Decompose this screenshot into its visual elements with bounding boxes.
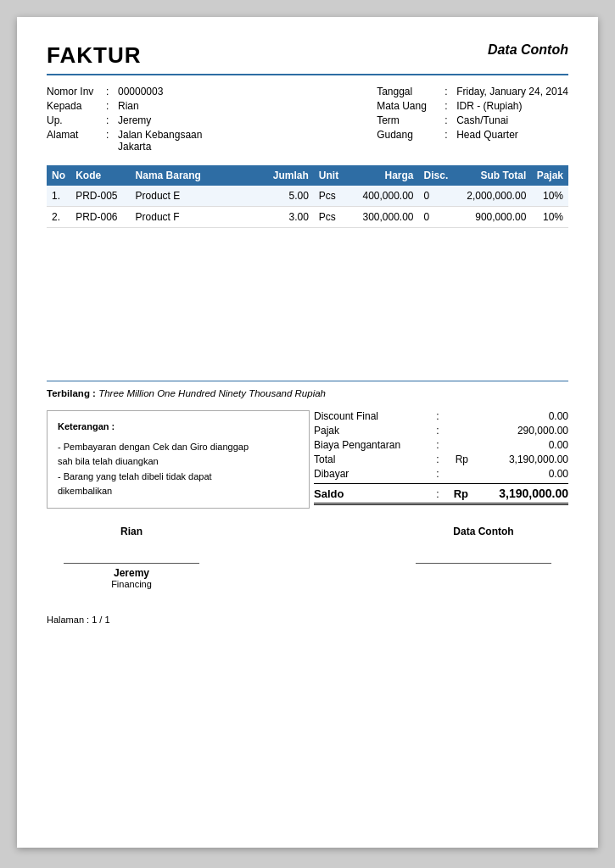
- signature-section-top: Rian Data Contoh: [47, 526, 568, 537]
- info-right: Tanggal : Friday, January 24, 2014 Mata …: [377, 86, 568, 155]
- term-value: Cash/Tunai: [456, 114, 508, 126]
- col-jumlah: Jumlah: [267, 165, 314, 186]
- keterangan-line: - Barang yang telah dibeli tidak dapat: [58, 470, 299, 485]
- footer-section: Keterangan : - Pembayaran dengan Cek dan…: [47, 410, 568, 509]
- nomor-inv-value: 00000003: [118, 86, 163, 97]
- cell-subtotal: 900,000.00: [455, 207, 532, 228]
- cell-nama: Product E: [131, 186, 267, 207]
- cell-unit: Pcs: [314, 207, 346, 228]
- invoice-page: FAKTUR Data Contoh Nomor Inv : 00000003 …: [17, 17, 598, 848]
- sig-line-right: [416, 563, 551, 564]
- nomor-inv-label: Nomor Inv: [47, 86, 106, 97]
- alamat-label: Alamat: [47, 129, 106, 141]
- keterangan-box: Keterangan : - Pembayaran dengan Cek dan…: [47, 410, 310, 509]
- cell-nama: Product F: [131, 207, 267, 228]
- bottom-divider: [47, 381, 568, 381]
- total-row: Total : Rp 3,190,000.00: [314, 453, 568, 465]
- col-disc: Disc.: [419, 165, 455, 186]
- dibayar-value: 0.00: [475, 468, 568, 480]
- company-label: Data Contoh: [488, 42, 568, 58]
- sig-bottom-left-name: Jeremy: [47, 567, 216, 579]
- term-row: Term : Cash/Tunai: [377, 114, 568, 126]
- sig-bottom-right: [399, 563, 568, 589]
- discount-final-row: Discount Final : 0.00: [314, 410, 568, 422]
- mata-uang-label: Mata Uang: [377, 100, 444, 112]
- up-label: Up.: [47, 114, 106, 126]
- col-kode: Kode: [70, 165, 130, 186]
- pajak-row: Pajak : 290,000.00: [314, 425, 568, 437]
- saldo-row: Saldo : Rp 3,190,000.00: [314, 483, 568, 505]
- tanggal-label: Tanggal: [377, 86, 444, 97]
- saldo-rp: Rp: [451, 487, 468, 500]
- gudang-label: Gudang: [377, 129, 444, 141]
- terbilang-row: Terbilang : Three Million One Hundred Ni…: [47, 388, 568, 398]
- sig-bottom-left-role: Financing: [47, 579, 216, 589]
- discount-final-label: Discount Final: [314, 410, 424, 422]
- cell-unit: Pcs: [314, 186, 346, 207]
- nomor-inv-row: Nomor Inv : 00000003: [47, 86, 202, 97]
- summary-table: Discount Final : 0.00 Pajak : 290,000.00…: [314, 410, 568, 509]
- col-unit: Unit: [314, 165, 346, 186]
- table-header-row: No Kode Nama Barang Jumlah Unit Harga Di…: [47, 165, 568, 186]
- up-row: Up. : Jeremy: [47, 114, 202, 126]
- col-subtotal: Sub Total: [455, 165, 532, 186]
- header-divider: [47, 74, 568, 75]
- keterangan-line: sah bila telah diuangkan: [58, 454, 299, 470]
- total-label: Total: [314, 453, 424, 465]
- cell-harga: 300,000.00: [346, 207, 419, 228]
- pagination: Halaman : 1 / 1: [47, 615, 568, 625]
- keterangan-title: Keterangan :: [58, 420, 299, 435]
- cell-no: 1.: [47, 186, 70, 207]
- total-value: 3,190,000.00: [475, 453, 568, 465]
- kepada-value: Rian: [118, 100, 139, 112]
- sig-left-name: Rian: [47, 526, 216, 537]
- keterangan-line: - Pembayaran dengan Cek dan Giro diangga…: [58, 440, 299, 455]
- saldo-label: Saldo: [314, 487, 424, 500]
- cell-kode: PRD-006: [70, 207, 130, 228]
- cell-pajak: 10%: [531, 207, 568, 228]
- signature-section-bottom: Jeremy Financing: [47, 563, 568, 589]
- gudang-value: Head Quarter: [456, 129, 518, 141]
- gudang-row: Gudang : Head Quarter: [377, 129, 568, 141]
- keterangan-line: dikembalikan: [58, 484, 299, 499]
- dibayar-row: Dibayar : 0.00: [314, 468, 568, 480]
- dibayar-label: Dibayar: [314, 468, 424, 480]
- alamat-value: Jalan Kebangsaan Jakarta: [118, 129, 202, 153]
- biaya-pengantaran-value: 0.00: [475, 439, 568, 451]
- saldo-value: 3,190,000.00: [475, 487, 568, 500]
- alamat-row: Alamat : Jalan Kebangsaan Jakarta: [47, 129, 202, 153]
- biaya-pengantaran-row: Biaya Pengantaran : 0.00: [314, 439, 568, 451]
- up-value: Jeremy: [118, 114, 151, 126]
- sig-right-name: Data Contoh: [399, 526, 568, 537]
- header-row: FAKTUR Data Contoh: [47, 42, 568, 69]
- cell-pajak: 10%: [531, 186, 568, 207]
- kepada-label: Kepada: [47, 100, 106, 112]
- discount-final-value: 0.00: [475, 410, 568, 422]
- table-row: 1. PRD-005 Product E 5.00 Pcs 400,000.00…: [47, 186, 568, 207]
- cell-subtotal: 2,000,000.00: [455, 186, 532, 207]
- table-row: 2. PRD-006 Product F 3.00 Pcs 300,000.00…: [47, 207, 568, 228]
- tanggal-value: Friday, January 24, 2014: [456, 86, 568, 97]
- col-nama: Nama Barang: [131, 165, 267, 186]
- info-section: Nomor Inv : 00000003 Kepada : Rian Up. :…: [47, 86, 568, 155]
- cell-kode: PRD-005: [70, 186, 130, 207]
- sig-line-left: [64, 563, 199, 564]
- sig-bottom-left: Jeremy Financing: [47, 563, 216, 589]
- invoice-title: FAKTUR: [47, 42, 141, 69]
- table-body: 1. PRD-005 Product E 5.00 Pcs 400,000.00…: [47, 186, 568, 228]
- mata-uang-value: IDR - (Rupiah): [456, 100, 522, 112]
- cell-jumlah: 3.00: [267, 207, 314, 228]
- terbilang-label: Terbilang :: [47, 388, 96, 398]
- keterangan-lines: - Pembayaran dengan Cek dan Giro diangga…: [58, 440, 299, 499]
- cell-harga: 400,000.00: [346, 186, 419, 207]
- col-harga: Harga: [346, 165, 419, 186]
- pajak-label: Pajak: [314, 425, 424, 437]
- pajak-value: 290,000.00: [475, 425, 568, 437]
- info-left: Nomor Inv : 00000003 Kepada : Rian Up. :…: [47, 86, 202, 155]
- col-pajak: Pajak: [531, 165, 568, 186]
- terbilang-value: Three Million One Hundred Ninety Thousan…: [98, 388, 326, 398]
- cell-disc: 0: [419, 186, 455, 207]
- cell-disc: 0: [419, 207, 455, 228]
- cell-jumlah: 5.00: [267, 186, 314, 207]
- items-table: No Kode Nama Barang Jumlah Unit Harga Di…: [47, 165, 568, 228]
